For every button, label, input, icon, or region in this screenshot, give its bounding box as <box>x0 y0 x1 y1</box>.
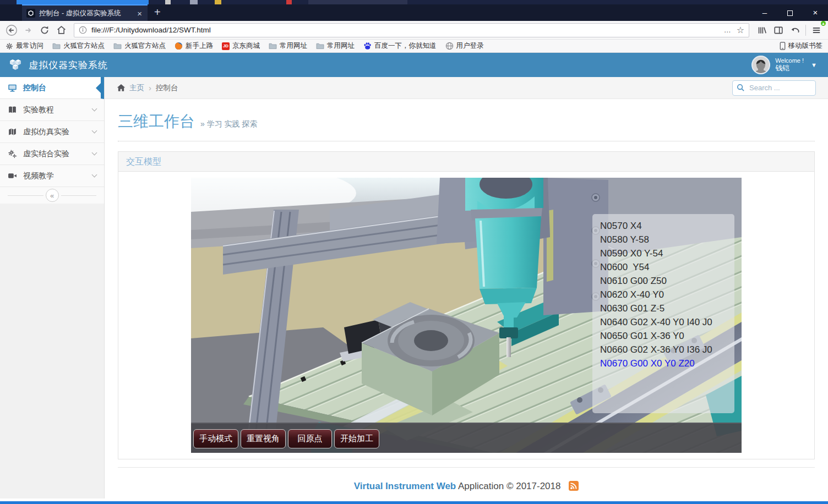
bookmark-jd[interactable]: JD 京东商城 <box>222 41 260 51</box>
unity-favicon-icon <box>26 9 35 18</box>
rss-icon[interactable] <box>569 481 579 491</box>
sidebar-item-label: 虚拟仿真实验 <box>23 127 69 137</box>
gcode-line: N0570 X4 <box>600 219 734 233</box>
search-icon <box>737 84 745 92</box>
tab-close-icon[interactable]: × <box>136 9 143 18</box>
bookmarks-bar: 最常访问 火狐官方站点 火狐官方站点 新手上路 JD 京东商城 常用网址 常用网… <box>0 40 828 53</box>
breadcrumb-home-link[interactable]: 主页 <box>117 83 144 93</box>
browser-toolbar: file:///F:/Unitydownload/12/SWT.html … ☆… <box>0 21 828 40</box>
refresh-icon[interactable] <box>36 23 53 38</box>
maximize-button[interactable] <box>777 4 803 21</box>
sidebar-item-tutorials[interactable]: 实验教程 <box>0 99 104 121</box>
interactive-model-panel: 交互模型 <box>118 151 815 459</box>
page-subtitle: » 学习 实践 探索 <box>200 119 257 129</box>
chevron-down-icon <box>92 128 97 134</box>
window-controls: – × <box>752 4 828 21</box>
sidebar-toggle-icon[interactable] <box>770 23 787 38</box>
background-taskbar-edge <box>0 501 828 504</box>
user-menu[interactable]: Welcome ! 钱铠 ▼ <box>751 56 820 74</box>
phone-icon <box>779 42 786 50</box>
sidebar-item-label: 控制台 <box>23 83 46 93</box>
avatar[interactable] <box>751 56 770 74</box>
video-camera-icon <box>8 171 17 180</box>
browser-titlebar: 控制台 - 虚拟仪器实验系统 × + – × <box>0 4 828 21</box>
bookmark-folder[interactable]: 常用网址 <box>269 41 307 51</box>
close-button[interactable]: × <box>803 4 828 21</box>
reset-view-button[interactable]: 重置视角 <box>241 429 286 448</box>
baidu-icon <box>363 42 372 50</box>
page-actions-icon[interactable]: … <box>724 26 732 34</box>
info-icon[interactable] <box>79 26 87 34</box>
breadcrumb-current: 控制台 <box>156 83 178 93</box>
divider <box>61 195 97 196</box>
gcode-line: N0620 X-40 Y0 <box>600 288 734 302</box>
bookmark-most-visited[interactable]: 最常访问 <box>6 41 43 51</box>
welcome-text: Welcome ! <box>775 57 804 64</box>
panel-body: N0570 X4 N0580 Y-58 N0590 X0 Y-54 N0600 … <box>118 172 814 459</box>
bookmark-folder[interactable]: 火狐官方站点 <box>52 41 105 51</box>
sidebar-item-label: 虚实结合实验 <box>23 149 69 159</box>
footer-brand-link[interactable]: Virtual Instrument Web <box>354 481 456 491</box>
app-header: 虚拟仪器实验系统 Welcome ! 钱铠 ▼ <box>0 53 828 77</box>
sidebar: 控制台 实验教程 虚拟仿真实验 虚实结合实验 视频教学 <box>0 77 105 498</box>
folder-icon <box>52 42 61 50</box>
home-icon[interactable] <box>53 23 69 38</box>
sidebar-item-console[interactable]: 控制台 <box>0 77 104 99</box>
back-icon[interactable] <box>3 23 20 38</box>
viewer-button-row: 手动模式 重置视角 回原点 开始加工 <box>193 429 379 448</box>
gcode-line: N0660 G02 X-36 Y0 I36 J0 <box>600 343 734 357</box>
mobile-bookmarks[interactable]: 移动版书签 <box>779 41 823 51</box>
firefox-icon <box>175 42 183 50</box>
bookmark-firefox-tour[interactable]: 新手上路 <box>175 41 213 51</box>
library-icon[interactable] <box>754 23 770 38</box>
manual-mode-button[interactable]: 手动模式 <box>193 429 238 448</box>
globe-icon <box>445 42 454 50</box>
divider <box>118 141 815 141</box>
bookmark-folder[interactable]: 火狐官方站点 <box>113 41 166 51</box>
menu-icon[interactable]: ▲ <box>808 23 825 38</box>
sidebar-collapse-button[interactable]: « <box>46 189 59 202</box>
sidebar-item-video[interactable]: 视频教学 <box>0 165 104 187</box>
bookmark-label: 新手上路 <box>186 41 213 51</box>
gcode-line: N0580 Y-58 <box>600 233 734 246</box>
url-bar[interactable]: file:///F:/Unitydownload/12/SWT.html … ☆ <box>74 23 749 37</box>
monitor-icon <box>8 83 17 92</box>
gcode-line: N0610 G00 Z50 <box>600 274 734 288</box>
app-logo: 虚拟仪器实验系统 <box>8 57 108 73</box>
breadcrumb-separator: › <box>149 83 151 92</box>
divider <box>8 195 43 196</box>
bookmark-label: 百度一下，你就知道 <box>374 41 437 51</box>
url-text[interactable]: file:///F:/Unitydownload/12/SWT.html <box>91 26 720 34</box>
gcode-line: N0640 G02 X-40 Y0 I40 J0 <box>600 315 734 329</box>
bookmark-user-login[interactable]: 用户登录 <box>445 41 484 51</box>
sidebar-item-virtual-sim[interactable]: 虚拟仿真实验 <box>0 121 104 143</box>
return-origin-button[interactable]: 回原点 <box>288 429 332 448</box>
gears-icon <box>8 149 17 158</box>
start-machining-button[interactable]: 开始加工 <box>334 429 379 448</box>
bookmark-label: 常用网址 <box>327 41 355 51</box>
chevron-down-icon[interactable]: ▼ <box>811 62 817 68</box>
folder-icon <box>316 42 324 50</box>
undo-icon[interactable] <box>787 23 803 38</box>
background-fragment <box>17 0 149 4</box>
new-tab-button[interactable]: + <box>148 4 167 21</box>
sidebar-item-virtual-real[interactable]: 虚实结合实验 <box>0 143 104 165</box>
bookmark-folder[interactable]: 常用网址 <box>316 41 355 51</box>
home-icon <box>117 84 126 92</box>
minimize-button[interactable]: – <box>752 4 777 21</box>
unity-3d-viewport[interactable]: N0570 X4 N0580 Y-58 N0590 X0 Y-54 N0600 … <box>191 178 742 453</box>
toolbar-separator <box>805 25 806 36</box>
background-fragment <box>215 0 221 4</box>
tab-title: 控制台 - 虚拟仪器实验系统 <box>39 9 132 18</box>
app-title: 虚拟仪器实验系统 <box>29 59 108 72</box>
breadcrumb-home-label[interactable]: 主页 <box>129 83 144 93</box>
bookmark-baidu[interactable]: 百度一下，你就知道 <box>363 41 437 51</box>
sidebar-collapse-row: « <box>0 187 104 204</box>
main-content: 主页 › 控制台 三维工作台 » 学习 实践 探索 交互模 <box>105 77 828 498</box>
bookmark-star-icon[interactable]: ☆ <box>737 25 744 35</box>
sidebar-item-label: 视频教学 <box>23 171 54 181</box>
footer-text: Application © 2017-2018 <box>456 481 560 491</box>
page-title-row: 三维工作台 » 学习 实践 探索 <box>118 111 815 132</box>
forward-icon[interactable] <box>20 23 36 38</box>
browser-tab[interactable]: 控制台 - 虚拟仪器实验系统 × <box>22 4 148 21</box>
